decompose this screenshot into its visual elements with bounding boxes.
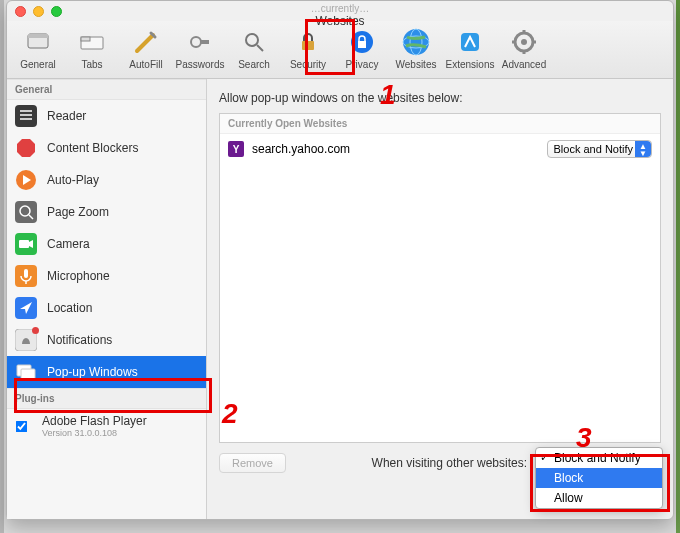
website-domain: search.yahoo.com: [252, 142, 350, 156]
tab-websites-label: Websites: [396, 59, 437, 70]
tab-passwords-label: Passwords: [176, 59, 225, 70]
annotation-number-3: 3: [576, 422, 592, 454]
svg-point-4: [191, 37, 201, 47]
annotation-box-3: [530, 454, 670, 512]
sidebar-item-label: Pop-up Windows: [47, 365, 138, 379]
svg-rect-35: [24, 269, 28, 278]
window-controls: [15, 6, 62, 17]
sidebar-item-auto-play[interactable]: Auto-Play: [7, 164, 206, 196]
main-header: Allow pop-up windows on the websites bel…: [219, 91, 661, 105]
search-icon: [239, 27, 269, 57]
page-zoom-icon: [15, 201, 37, 223]
sidebar-item-label: Content Blockers: [47, 141, 138, 155]
sidebar-item-label: Camera: [47, 237, 90, 251]
autofill-icon: [131, 27, 161, 57]
bg-left-stripe: [0, 0, 4, 533]
annotation-number-1: 1: [380, 79, 396, 111]
general-icon: [23, 27, 53, 57]
tab-autofill[interactable]: AutoFill: [119, 25, 173, 70]
advanced-icon: [509, 27, 539, 57]
notifications-icon: [15, 329, 37, 351]
plugin-version: Version 31.0.0.108: [42, 428, 147, 438]
svg-rect-1: [28, 34, 48, 38]
websites-icon: [401, 27, 431, 57]
tabs-icon: [77, 27, 107, 57]
zoom-window-button[interactable]: [51, 6, 62, 17]
svg-line-7: [257, 45, 263, 51]
sidebar: General Reader Content Blockers Auto-Pla…: [7, 79, 207, 519]
tab-tabs-label: Tabs: [81, 59, 102, 70]
other-websites-label: When visiting other websites:: [372, 456, 527, 470]
passwords-icon: [185, 27, 215, 57]
svg-point-16: [521, 39, 527, 45]
svg-rect-3: [81, 37, 90, 41]
sidebar-item-label: Auto-Play: [47, 173, 99, 187]
tab-search-label: Search: [238, 59, 270, 70]
tab-general[interactable]: General: [11, 25, 65, 70]
sidebar-item-notifications[interactable]: Notifications: [7, 324, 206, 356]
svg-marker-25: [17, 139, 35, 157]
svg-rect-32: [19, 240, 29, 248]
website-setting-select[interactable]: Block and Notify ▲▼: [547, 140, 652, 158]
websites-list: Currently Open Websites Y search.yahoo.c…: [219, 113, 661, 443]
microphone-icon: [15, 265, 37, 287]
tab-search[interactable]: Search: [227, 25, 281, 70]
annotation-box-2: [14, 378, 212, 413]
sidebar-item-label: Reader: [47, 109, 86, 123]
tab-advanced[interactable]: Advanced: [497, 25, 551, 70]
tab-extensions[interactable]: Extensions: [443, 25, 497, 70]
sidebar-item-label: Microphone: [47, 269, 110, 283]
tab-advanced-label: Advanced: [502, 59, 546, 70]
svg-rect-10: [358, 41, 366, 48]
preferences-window: …currently… Websites General Tabs AutoFi…: [6, 0, 674, 520]
sidebar-item-label: Page Zoom: [47, 205, 109, 219]
location-icon: [15, 297, 37, 319]
titlebar: …currently… Websites: [7, 1, 673, 21]
flash-checkbox[interactable]: [16, 420, 28, 432]
tab-general-label: General: [20, 59, 56, 70]
annotation-box-1: [305, 19, 355, 75]
tab-extensions-label: Extensions: [446, 59, 495, 70]
svg-point-6: [246, 34, 258, 46]
yahoo-favicon-icon: Y: [228, 141, 244, 157]
sidebar-section-general: General: [7, 79, 206, 100]
sidebar-item-label: Notifications: [47, 333, 112, 347]
website-row[interactable]: Y search.yahoo.com Block and Notify ▲▼: [220, 134, 660, 164]
sidebar-item-camera[interactable]: Camera: [7, 228, 206, 260]
tab-websites[interactable]: Websites: [389, 25, 443, 70]
sidebar-item-page-zoom[interactable]: Page Zoom: [7, 196, 206, 228]
svg-point-11: [403, 29, 429, 55]
select-arrows-icon: ▲▼: [639, 143, 647, 157]
svg-rect-21: [15, 105, 37, 127]
bg-right-stripe: [676, 0, 680, 533]
website-setting-value: Block and Notify: [554, 143, 633, 155]
sidebar-item-microphone[interactable]: Microphone: [7, 260, 206, 292]
tab-autofill-label: AutoFill: [129, 59, 162, 70]
close-window-button[interactable]: [15, 6, 26, 17]
remove-button[interactable]: Remove: [219, 453, 286, 473]
tab-passwords[interactable]: Passwords: [173, 25, 227, 70]
auto-play-icon: [15, 169, 37, 191]
sidebar-item-reader[interactable]: Reader: [7, 100, 206, 132]
sidebar-item-content-blockers[interactable]: Content Blockers: [7, 132, 206, 164]
notification-badge-icon: [32, 327, 39, 334]
minimize-window-button[interactable]: [33, 6, 44, 17]
reader-icon: [15, 105, 37, 127]
content-blockers-icon: [15, 137, 37, 159]
tab-tabs[interactable]: Tabs: [65, 25, 119, 70]
camera-icon: [15, 233, 37, 255]
list-header: Currently Open Websites: [220, 114, 660, 134]
sidebar-item-flash-player[interactable]: Adobe Flash Player Version 31.0.0.108: [7, 409, 206, 443]
plugin-label: Adobe Flash Player: [42, 414, 147, 428]
svg-rect-5: [200, 40, 209, 44]
main-panel: Allow pop-up windows on the websites bel…: [207, 79, 673, 519]
extensions-icon: [455, 27, 485, 57]
svg-rect-28: [15, 201, 37, 223]
sidebar-item-location[interactable]: Location: [7, 292, 206, 324]
annotation-number-2: 2: [222, 398, 238, 430]
sidebar-item-label: Location: [47, 301, 92, 315]
